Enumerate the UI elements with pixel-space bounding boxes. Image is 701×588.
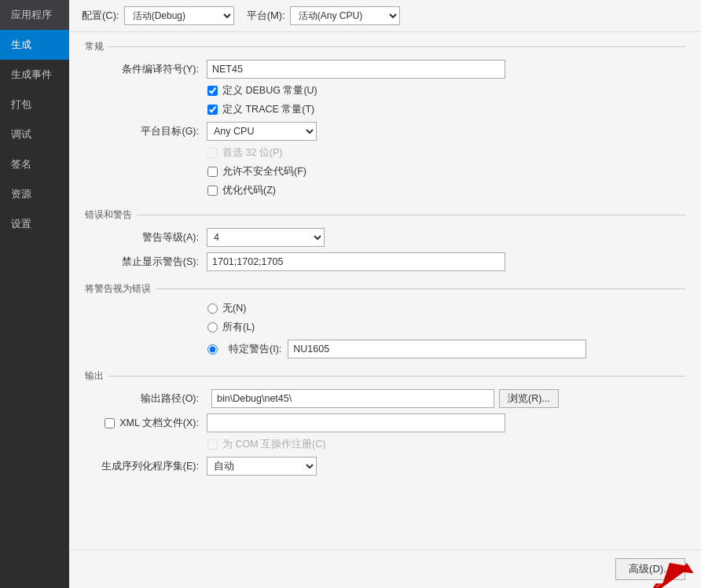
general-section: 常规 条件编译符号(Y): 定义 DEBUG 常量(U) 定义 TRACE 常量… — [85, 40, 685, 197]
conditional-symbol-row: 条件编译符号(Y): — [85, 60, 685, 79]
suppress-warnings-row: 禁止显示警告(S): — [85, 252, 685, 271]
errors-section: 错误和警告 警告等级(A): 4 0 1 2 3 禁止显示警告(S): — [85, 208, 685, 271]
specific-radio-row: 特定警告(I): — [85, 340, 685, 358]
define-trace-row: 定义 TRACE 常量(T) — [85, 103, 685, 116]
prefer32-row: 首选 32 位(P) — [85, 146, 685, 160]
allow-unsafe-row: 允许不安全代码(F) — [85, 165, 685, 178]
platform-target-select[interactable]: Any CPU x86 x64 — [207, 122, 317, 141]
main-panel: 配置(C): 活动(Debug) Debug Release 所有配置 平台(M… — [69, 0, 701, 588]
warning-level-select[interactable]: 4 0 1 2 3 — [207, 228, 325, 247]
none-radio[interactable] — [207, 303, 218, 314]
none-radio-label: 无(N) — [222, 302, 246, 315]
suppress-warnings-input[interactable] — [207, 252, 505, 271]
sidebar: 应用程序 生成 生成事件 打包 调试 签名 资源 设置 — [0, 0, 69, 588]
prefer32-label: 首选 32 位(P) — [222, 146, 283, 160]
general-section-title: 常规 — [85, 40, 685, 53]
allow-unsafe-label: 允许不安全代码(F) — [222, 165, 306, 178]
specific-radio-label: 特定警告(I): — [229, 343, 281, 356]
sidebar-item-package[interactable]: 打包 — [0, 90, 69, 119]
define-debug-label: 定义 DEBUG 常量(U) — [222, 84, 317, 97]
optimize-row: 优化代码(Z) — [85, 184, 685, 197]
treat-warnings-section-title: 将警告视为错误 — [85, 282, 685, 296]
generate-serial-select[interactable]: 自动 开 关 — [207, 457, 317, 476]
warning-level-row: 警告等级(A): 4 0 1 2 3 — [85, 228, 685, 247]
define-trace-checkbox[interactable] — [207, 105, 218, 115]
config-label: 配置(C): — [82, 9, 119, 23]
config-select[interactable]: 活动(Debug) Debug Release 所有配置 — [124, 6, 234, 25]
xml-doc-label: XML 文档文件(X): — [119, 417, 199, 430]
sidebar-item-debug[interactable]: 调试 — [0, 119, 69, 149]
conditional-symbol-label: 条件编译符号(Y): — [93, 63, 207, 76]
output-section-title: 输出 — [85, 369, 685, 383]
none-radio-row: 无(N) — [85, 302, 685, 315]
errors-section-title: 错误和警告 — [85, 208, 685, 222]
platform-target-label: 平台目标(G): — [93, 125, 207, 138]
sidebar-item-resources[interactable]: 资源 — [0, 179, 69, 209]
output-path-input[interactable] — [211, 389, 494, 408]
define-trace-label: 定义 TRACE 常量(T) — [222, 103, 314, 116]
browse-button[interactable]: 浏览(R)... — [499, 389, 559, 408]
com-interop-row: 为 COM 互操作注册(C) — [85, 438, 685, 451]
config-group: 配置(C): 活动(Debug) Debug Release 所有配置 — [82, 6, 234, 25]
specific-warnings-input[interactable] — [288, 340, 586, 358]
conditional-symbol-input[interactable] — [207, 60, 505, 79]
all-radio-label: 所有(L) — [222, 321, 255, 334]
xml-doc-row: XML 文档文件(X): — [85, 413, 685, 432]
prefer32-checkbox[interactable] — [207, 148, 218, 158]
output-path-label: 输出路径(O): — [93, 392, 207, 406]
output-section: 输出 输出路径(O): 浏览(R)... XML 文档文件(X): 为 COM … — [85, 369, 685, 476]
all-radio-row: 所有(L) — [85, 321, 685, 334]
sidebar-item-build[interactable]: 生成 — [0, 30, 69, 60]
suppress-warnings-label: 禁止显示警告(S): — [93, 255, 207, 269]
platform-label: 平台(M): — [247, 9, 285, 23]
xml-doc-checkbox[interactable] — [105, 418, 115, 428]
sidebar-item-settings[interactable]: 设置 — [0, 209, 69, 239]
specific-radio[interactable] — [207, 344, 218, 355]
sidebar-item-signing[interactable]: 签名 — [0, 149, 69, 179]
xml-doc-input[interactable] — [207, 413, 505, 432]
content-area: 常规 条件编译符号(Y): 定义 DEBUG 常量(U) 定义 TRACE 常量… — [69, 32, 701, 549]
optimize-label: 优化代码(Z) — [222, 184, 276, 197]
generate-serial-row: 生成序列化程序集(E): 自动 开 关 — [85, 457, 685, 476]
top-bar: 配置(C): 活动(Debug) Debug Release 所有配置 平台(M… — [69, 0, 701, 32]
platform-group: 平台(M): 活动(Any CPU) Any CPU x86 x64 — [247, 6, 400, 25]
allow-unsafe-checkbox[interactable] — [207, 167, 218, 177]
com-interop-checkbox[interactable] — [207, 439, 218, 450]
sidebar-item-application[interactable]: 应用程序 — [0, 0, 69, 30]
define-debug-row: 定义 DEBUG 常量(U) — [85, 84, 685, 97]
define-debug-checkbox[interactable] — [207, 86, 218, 96]
treat-warnings-section: 将警告视为错误 无(N) 所有(L) 特定警告(I): — [85, 282, 685, 358]
generate-serial-label: 生成序列化程序集(E): — [93, 460, 207, 473]
advanced-button[interactable]: 高级(D)... — [615, 558, 685, 580]
platform-select[interactable]: 活动(Any CPU) Any CPU x86 x64 — [290, 6, 400, 25]
bottom-bar: 高级(D)... — [69, 549, 701, 588]
com-interop-label: 为 COM 互操作注册(C) — [222, 438, 325, 451]
platform-target-row: 平台目标(G): Any CPU x86 x64 — [85, 122, 685, 141]
warning-level-label: 警告等级(A): — [93, 231, 207, 244]
output-path-row: 输出路径(O): 浏览(R)... — [85, 389, 685, 408]
all-radio[interactable] — [207, 322, 218, 333]
optimize-checkbox[interactable] — [207, 186, 218, 196]
sidebar-item-build-events[interactable]: 生成事件 — [0, 60, 69, 90]
